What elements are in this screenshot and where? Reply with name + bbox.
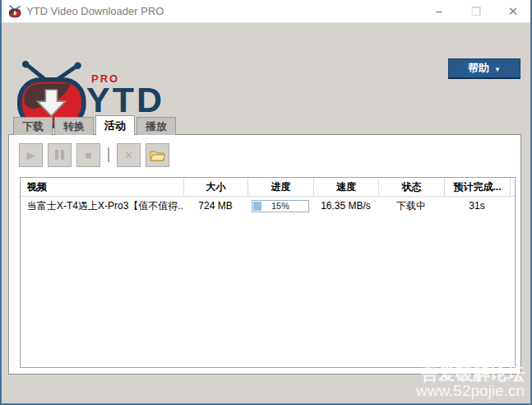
column-header-eta[interactable]: 预计完成...	[444, 178, 510, 196]
column-header-size[interactable]: 大小	[183, 178, 247, 196]
activity-panel: ▶ ■ ✕ 视频 大小 进度	[8, 134, 521, 375]
stop-button[interactable]: ■	[76, 143, 100, 167]
downloads-table: 视频 大小 进度 速度 状态 预计完成... 当富士X-T4遇上X-Pro3【值…	[20, 177, 516, 368]
cell-video-title: 当富士X-T4遇上X-Pro3【值不值得...	[21, 199, 183, 213]
resume-button[interactable]: ▶	[19, 143, 43, 167]
delete-x-icon: ✕	[124, 150, 133, 161]
open-folder-icon	[150, 149, 165, 161]
remove-button[interactable]: ✕	[117, 143, 141, 167]
chevron-down-icon: ▼	[494, 66, 501, 73]
header: PRO YTD 帮助 ▼	[2, 23, 530, 115]
watermark-line2: www.52pojie.cn	[416, 383, 525, 400]
open-folder-button[interactable]	[146, 143, 169, 167]
tab-download[interactable]: 下载	[13, 117, 53, 135]
column-header-filler	[510, 178, 515, 196]
app-window: YTD Video Downloader PRO – ❐ ✕ PRO YTD 帮…	[0, 0, 532, 405]
column-header-status[interactable]: 状态	[378, 178, 444, 196]
tab-label: 播放	[146, 119, 167, 134]
tab-label: 下载	[22, 119, 44, 134]
tab-label: 活动	[104, 119, 126, 133]
help-button-label: 帮助	[468, 61, 489, 76]
tab-play[interactable]: 播放	[136, 117, 176, 135]
toolbar: ▶ ■ ✕	[19, 142, 174, 167]
logo-app-name: YTD	[86, 82, 164, 118]
title-bar: YTD Video Downloader PRO – ❐ ✕	[2, 0, 530, 23]
tab-label: 转换	[63, 119, 85, 134]
help-button[interactable]: 帮助 ▼	[448, 58, 520, 79]
play-icon: ▶	[27, 150, 35, 161]
pause-button[interactable]	[48, 143, 72, 167]
stop-icon: ■	[86, 150, 92, 161]
progress-bar: 15%	[252, 200, 309, 212]
minimize-button[interactable]: –	[425, 0, 453, 23]
cell-status: 下载中	[378, 199, 444, 213]
column-header-video[interactable]: 视频	[21, 178, 183, 196]
cell-size: 724 MB	[183, 200, 247, 212]
window-title: YTD Video Downloader PRO	[26, 5, 164, 17]
table-row[interactable]: 当富士X-T4遇上X-Pro3【值不值得... 724 MB 15% 16.35…	[21, 197, 515, 215]
table-header-row: 视频 大小 进度 速度 状态 预计完成...	[21, 178, 515, 197]
app-favicon-tv-icon	[8, 5, 21, 18]
column-header-speed[interactable]: 速度	[313, 178, 378, 196]
toolbar-separator	[108, 147, 109, 162]
pause-icon	[55, 150, 64, 160]
tab-activity[interactable]: 活动	[95, 115, 135, 135]
tab-convert[interactable]: 转换	[54, 117, 94, 135]
cell-progress: 15%	[247, 200, 313, 212]
cell-speed: 16.35 MB/s	[313, 200, 378, 212]
cell-eta: 31s	[444, 200, 510, 212]
maximize-button[interactable]: ❐	[462, 0, 490, 23]
close-button[interactable]: ✕	[499, 0, 527, 23]
column-header-progress[interactable]: 进度	[247, 178, 313, 196]
tab-bar: 下载 转换 活动 播放	[13, 116, 178, 135]
progress-percent-label: 15%	[252, 201, 308, 212]
